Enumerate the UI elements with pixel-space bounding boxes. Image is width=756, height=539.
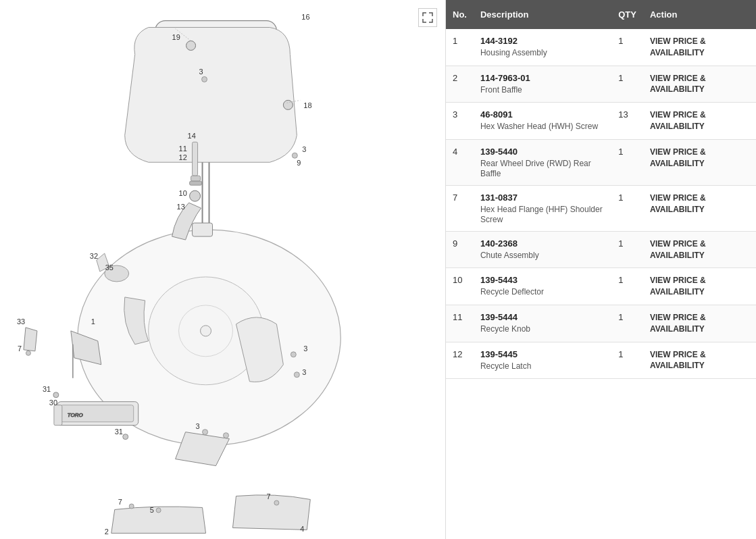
svg-point-32 <box>274 500 279 505</box>
svg-point-16 <box>203 430 208 435</box>
part-qty-cell: 1 <box>611 66 643 103</box>
part-desc-text: Recycle Knob <box>480 324 530 334</box>
view-price-link[interactable]: VIEW PRICE & AVAILABILITY <box>650 313 706 334</box>
part-desc-text: Recycle Deflector <box>480 287 544 297</box>
label-5: 5 <box>150 506 154 514</box>
part-desc-text: Chute Assembly <box>480 251 539 260</box>
label-7c: 7 <box>266 492 270 500</box>
part-action-cell[interactable]: VIEW PRICE & AVAILABILITY <box>643 231 756 268</box>
svg-point-12 <box>202 76 207 82</box>
label-3c: 3 <box>303 344 307 353</box>
col-header-qty: QTY <box>611 0 643 29</box>
part-number: 46-8091 <box>480 109 605 120</box>
part-description-cell: 114-7963-01Front Baffle <box>474 66 611 103</box>
label-7: 7 <box>18 344 22 353</box>
part-action-cell[interactable]: VIEW PRICE & AVAILABILITY <box>643 139 756 185</box>
part-action-cell[interactable]: VIEW PRICE & AVAILABILITY <box>643 29 756 66</box>
part-description-cell: 139-5443Recycle Deflector <box>474 268 611 305</box>
label-14: 14 <box>188 132 196 140</box>
part-no-cell: 9 <box>446 231 474 268</box>
part-number: 131-0837 <box>480 192 605 203</box>
part-no-cell: 7 <box>446 185 474 231</box>
svg-rect-8 <box>193 223 213 236</box>
part-no-cell: 1 <box>446 29 474 66</box>
part-action-cell[interactable]: VIEW PRICE & AVAILABILITY <box>643 103 756 140</box>
part-qty-cell: 1 <box>611 342 643 379</box>
label-11: 11 <box>179 145 187 153</box>
view-price-link[interactable]: VIEW PRICE & AVAILABILITY <box>650 350 706 371</box>
table-row: 2114-7963-01Front Baffle1VIEW PRICE & AV… <box>446 66 756 103</box>
part-no-cell: 2 <box>446 66 474 103</box>
part-desc-text: Recycle Latch <box>480 361 531 371</box>
label-12: 12 <box>179 153 187 161</box>
part-desc-text: Front Baffle <box>480 85 522 95</box>
part-description-cell: 46-8091Hex Washer Head (HWH) Screw <box>474 103 611 140</box>
parts-table: No. Description QTY Action 1144-3192Hous… <box>446 0 756 379</box>
svg-point-29 <box>26 351 30 355</box>
part-no-cell: 10 <box>446 268 474 305</box>
label-4: 4 <box>300 525 304 533</box>
svg-point-11 <box>283 100 293 109</box>
label-31: 31 <box>43 385 51 393</box>
part-number: 144-3192 <box>480 36 605 46</box>
label-2: 2 <box>105 528 109 536</box>
part-desc-text: Rear Wheel Drive (RWD) Rear Baffle <box>480 159 591 178</box>
part-desc-text: Hex Washer Head (HWH) Screw <box>480 122 598 131</box>
parts-diagram: TORO 19 16 3 18 3 9 14 <box>0 0 445 539</box>
table-row: 9140-2368Chute Assembly1VIEW PRICE & AVA… <box>446 231 756 268</box>
label-3a: 3 <box>199 68 203 76</box>
table-row: 4139-5440Rear Wheel Drive (RWD) Rear Baf… <box>446 139 756 185</box>
part-qty-cell: 1 <box>611 268 643 305</box>
table-row: 1144-3192Housing Assembly1VIEW PRICE & A… <box>446 29 756 66</box>
view-price-link[interactable]: VIEW PRICE & AVAILABILITY <box>650 239 706 260</box>
part-action-cell[interactable]: VIEW PRICE & AVAILABILITY <box>643 185 756 231</box>
label-35: 35 <box>105 263 114 272</box>
view-price-link[interactable]: VIEW PRICE & AVAILABILITY <box>650 147 706 168</box>
svg-rect-20 <box>190 181 202 185</box>
table-row: 11139-5444Recycle Knob1VIEW PRICE & AVAI… <box>446 305 756 342</box>
part-no-cell: 11 <box>446 305 474 342</box>
part-action-cell[interactable]: VIEW PRICE & AVAILABILITY <box>643 342 756 379</box>
view-price-link[interactable]: VIEW PRICE & AVAILABILITY <box>650 74 706 95</box>
part-qty-cell: 1 <box>611 29 643 66</box>
parts-table-panel: No. Description QTY Action 1144-3192Hous… <box>446 0 756 539</box>
part-action-cell[interactable]: VIEW PRICE & AVAILABILITY <box>643 66 756 103</box>
part-qty-cell: 1 <box>611 231 643 268</box>
part-action-cell[interactable]: VIEW PRICE & AVAILABILITY <box>643 305 756 342</box>
part-number: 140-2368 <box>480 238 605 249</box>
part-qty-cell: 1 <box>611 185 643 231</box>
part-action-cell[interactable]: VIEW PRICE & AVAILABILITY <box>643 268 756 305</box>
svg-point-17 <box>223 433 228 438</box>
col-header-action: Action <box>643 0 756 29</box>
part-number: 139-5444 <box>480 312 605 322</box>
label-3e: 3 <box>196 422 200 430</box>
svg-point-31 <box>156 508 161 513</box>
view-price-link[interactable]: VIEW PRICE & AVAILABILITY <box>650 36 706 57</box>
table-row: 7131-0837Hex Head Flange (HHF) Shoulder … <box>446 185 756 231</box>
label-30: 30 <box>49 399 57 407</box>
part-description-cell: 144-3192Housing Assembly <box>474 29 611 66</box>
table-row: 12139-5445Recycle Latch1VIEW PRICE & AVA… <box>446 342 756 379</box>
part-description-cell: 140-2368Chute Assembly <box>474 231 611 268</box>
label-3d: 3 <box>302 368 306 376</box>
label-31b: 31 <box>115 428 123 436</box>
svg-point-10 <box>186 41 196 51</box>
svg-rect-18 <box>193 142 198 176</box>
part-no-cell: 4 <box>446 139 474 185</box>
expand-button[interactable] <box>418 8 437 27</box>
label-18: 18 <box>303 101 311 109</box>
view-price-link[interactable]: VIEW PRICE & AVAILABILITY <box>650 110 706 131</box>
part-description-cell: 139-5444Recycle Knob <box>474 305 611 342</box>
part-description-cell: 131-0837Hex Head Flange (HHF) Shoulder S… <box>474 185 611 231</box>
svg-rect-19 <box>191 176 201 181</box>
view-price-link[interactable]: VIEW PRICE & AVAILABILITY <box>650 276 706 297</box>
part-number: 139-5443 <box>480 275 605 285</box>
table-row: 346-8091Hex Washer Head (HWH) Screw13VIE… <box>446 103 756 140</box>
svg-point-15 <box>294 372 299 378</box>
label-13: 13 <box>177 203 185 211</box>
part-number: 114-7963-01 <box>480 73 605 83</box>
table-header-row: No. Description QTY Action <box>446 0 756 29</box>
part-number: 139-5445 <box>480 349 605 359</box>
svg-point-23 <box>53 392 59 398</box>
view-price-link[interactable]: VIEW PRICE & AVAILABILITY <box>650 193 706 214</box>
